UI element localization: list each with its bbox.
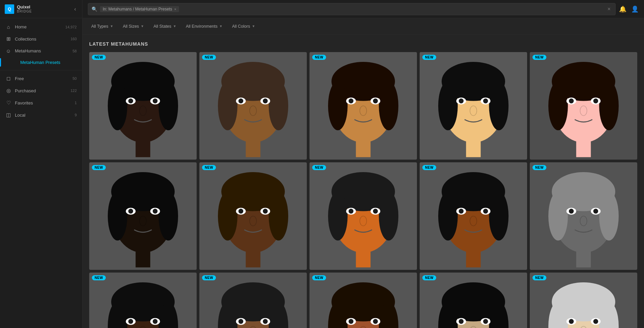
sidebar-label-local: Local [15, 113, 71, 118]
svg-point-48 [593, 98, 598, 103]
svg-point-34 [489, 81, 509, 131]
metahuman-card[interactable]: NEW [420, 162, 527, 270]
notifications-icon[interactable]: 🔔 [619, 5, 626, 13]
sidebar-item-purchased[interactable]: ◎ Purchased 122 [0, 85, 82, 97]
new-badge: NEW [312, 55, 326, 60]
metahuman-card[interactable]: NEW [89, 52, 197, 160]
topbar-icons: 🔔 👤 [619, 5, 639, 13]
svg-point-106 [128, 319, 133, 324]
svg-point-86 [459, 209, 464, 213]
metahuman-card[interactable]: NEW [309, 52, 417, 160]
svg-point-29 [360, 106, 367, 116]
svg-point-33 [438, 81, 458, 131]
metahuman-card[interactable]: NEW [530, 273, 637, 328]
sidebar-item-home[interactable]: ⌂ Home 14,972 [0, 21, 82, 33]
metahuman-card[interactable]: NEW [199, 162, 307, 270]
svg-point-108 [153, 319, 157, 324]
face-illustration [89, 273, 197, 328]
filter-states-arrow: ▼ [173, 24, 176, 28]
metahuman-card[interactable]: NEW [420, 273, 527, 328]
main-content: 🔍 In: Metahumans / MetaHuman Presets × ×… [82, 0, 644, 328]
logo-icon: Q [5, 4, 14, 14]
svg-point-6 [128, 98, 133, 103]
content-area: LATEST METAHUMANS NEWNEWNEWNEWNEWNEWNEWN… [82, 34, 644, 328]
filter-colors[interactable]: All Colors ▼ [229, 22, 258, 30]
svg-point-24 [379, 81, 398, 131]
new-badge: NEW [92, 275, 106, 280]
svg-point-88 [483, 209, 488, 213]
filter-states-label: All States [153, 24, 171, 29]
user-icon[interactable]: 👤 [631, 5, 639, 13]
metahuman-card[interactable]: NEW [309, 273, 417, 328]
svg-point-26 [349, 98, 353, 103]
filter-bar: All Types ▼ All Sizes ▼ All States ▼ All… [82, 18, 644, 34]
filter-types-label: All Types [91, 24, 108, 29]
search-box[interactable]: 🔍 In: Metahumans / MetaHuman Presets × × [88, 3, 616, 15]
new-badge: NEW [202, 55, 216, 60]
face-illustration [199, 162, 307, 270]
face-illustration [420, 162, 527, 270]
svg-point-136 [459, 319, 464, 324]
search-tag-close[interactable]: × [174, 7, 176, 11]
new-badge: NEW [422, 275, 436, 280]
face-illustration [530, 52, 637, 160]
metahuman-card[interactable]: NEW [89, 162, 197, 270]
sidebar-item-favorites[interactable]: ♡ Favorites 1 [0, 97, 82, 109]
filter-types-arrow: ▼ [110, 24, 114, 28]
sidebar-count-favorites: 1 [75, 101, 77, 105]
section-title: LATEST METAHUMANS [89, 41, 637, 47]
new-badge: NEW [92, 55, 106, 60]
svg-point-148 [593, 319, 598, 324]
face-illustration [530, 162, 637, 270]
sidebar-item-free[interactable]: ◻ Free 50 [0, 72, 82, 85]
search-clear-button[interactable]: × [606, 5, 612, 13]
sidebar-count-metahumans: 58 [73, 49, 77, 53]
svg-point-98 [593, 209, 598, 213]
sidebar-item-metahumans[interactable]: ☺ MetaHumans 58 [0, 45, 82, 57]
sidebar-label-home: Home [15, 24, 62, 29]
filter-states[interactable]: All States ▼ [150, 22, 180, 30]
metahuman-grid: NEWNEWNEWNEWNEWNEWNEWNEWNEWNEWNEWNEWNEWN… [89, 52, 637, 328]
svg-point-36 [459, 98, 464, 103]
metahuman-card[interactable]: NEW [530, 162, 637, 270]
logo-title: Quixel [17, 5, 32, 9]
face-illustration [89, 52, 197, 160]
new-badge: NEW [532, 275, 546, 280]
home-icon: ⌂ [5, 24, 11, 30]
filter-sizes[interactable]: All Sizes ▼ [119, 22, 147, 30]
metahuman-card[interactable]: NEW [420, 52, 527, 160]
sidebar-count-free: 50 [73, 76, 77, 80]
filter-types[interactable]: All Types ▼ [88, 22, 117, 30]
svg-point-84 [489, 192, 509, 241]
search-tag: In: Metahumans / MetaHuman Presets × [100, 6, 179, 12]
sidebar-item-local[interactable]: ◫ Local 9 [0, 109, 82, 121]
metahuman-card[interactable]: NEW [530, 52, 637, 160]
metahuman-card[interactable]: NEW [199, 52, 307, 160]
new-badge: NEW [532, 165, 546, 170]
svg-point-79 [360, 216, 367, 226]
svg-point-46 [569, 98, 574, 103]
new-badge: NEW [312, 165, 326, 170]
metahuman-card[interactable]: NEW [89, 273, 197, 328]
sidebar-header: Q Quixel BRIDGE ‹ [0, 0, 82, 18]
svg-point-76 [349, 209, 353, 213]
sidebar-item-metahuman-presets[interactable]: MetaHuman Presets [0, 57, 82, 68]
svg-point-63 [218, 192, 238, 241]
new-badge: NEW [202, 165, 216, 170]
metahuman-card[interactable]: NEW [199, 273, 307, 328]
svg-point-99 [580, 216, 587, 226]
sidebar-label-purchased: Purchased [15, 88, 67, 93]
svg-point-23 [328, 81, 348, 131]
svg-point-146 [569, 319, 574, 324]
filter-environments[interactable]: All Environments ▼ [182, 22, 226, 30]
svg-point-54 [158, 192, 178, 241]
sidebar-item-collections[interactable]: ⊞ Collections 160 [0, 33, 82, 45]
svg-point-39 [470, 106, 477, 116]
free-icon: ◻ [5, 75, 11, 81]
svg-point-53 [108, 192, 127, 241]
sidebar-collapse-button[interactable]: ‹ [73, 5, 77, 14]
svg-point-118 [263, 319, 268, 324]
face-illustration [309, 162, 417, 270]
sidebar: Q Quixel BRIDGE ‹ ⌂ Home 14,972 ⊞ Collec… [0, 0, 82, 328]
metahuman-card[interactable]: NEW [309, 162, 417, 270]
